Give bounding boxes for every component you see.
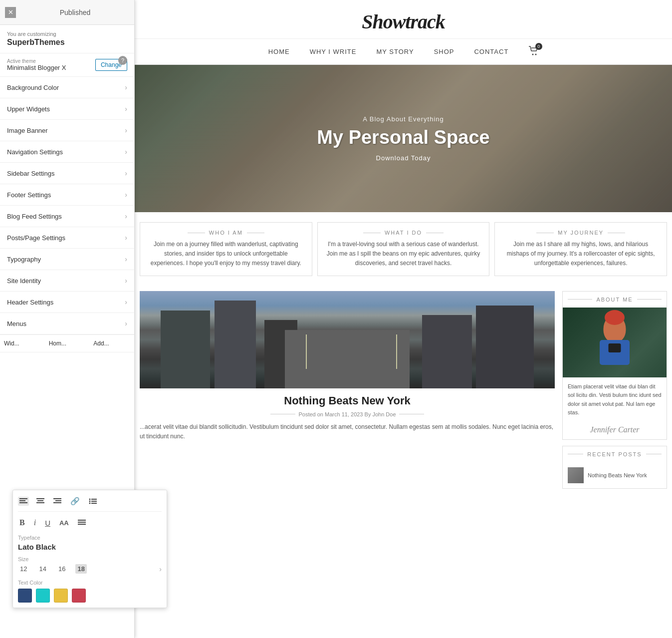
menu-item-additional[interactable]: Add... (89, 335, 134, 352)
size-option-14[interactable]: 14 (37, 564, 48, 574)
nav-item-shop[interactable]: SHOP (434, 48, 454, 55)
uppercase-button[interactable]: AA (58, 518, 70, 528)
nav-cart[interactable]: 0 (528, 46, 538, 57)
svg-rect-7 (55, 500, 61, 501)
chevron-right-icon: › (125, 126, 127, 134)
chevron-right-icon: › (125, 83, 127, 91)
menu-item-navigation-settings[interactable]: Navigation Settings › (0, 141, 134, 163)
col-title-who-i-am: WHO I AM (147, 230, 305, 236)
customizer-info: You are customizing SuperbThemes ? (0, 25, 134, 53)
site-nav: HOME WHY I WRITE MY STORY SHOP CONTACT 0 (135, 39, 672, 65)
color-swatch-red[interactable] (72, 589, 86, 603)
underline-button[interactable]: U (43, 517, 52, 529)
nav-item-contact[interactable]: CONTACT (474, 48, 508, 55)
menu-item-widgets[interactable]: Wid... (0, 335, 45, 352)
align-center-button[interactable] (35, 497, 46, 506)
blog-post-title: Nothing Beats New York (140, 394, 555, 407)
col-body-who-i-am: Join me on a journey filled with wanderl… (147, 240, 305, 269)
text-editor-popup: 🔗 B i U AA Typeface Lato Black (12, 490, 167, 608)
color-swatch-cyan[interactable] (36, 589, 50, 603)
menu-item-upper-widgets[interactable]: Upper Widgets › (0, 98, 134, 120)
svg-rect-8 (53, 502, 61, 503)
blog-post-excerpt: ...acerat velit vitae dui blandit sollic… (140, 422, 555, 441)
menu-item-header-settings[interactable]: Header Settings › (0, 292, 134, 313)
size-more-chevron[interactable]: › (159, 565, 162, 573)
three-columns-section: WHO I AM Join me on a journey filled wit… (135, 212, 672, 286)
recent-post-thumbnail (568, 467, 584, 483)
customizer-header: ✕ Published (0, 0, 134, 25)
list-button[interactable] (87, 497, 98, 506)
col-card-what-i-do: WHAT I DO I'm a travel-loving soul with … (317, 222, 490, 276)
hero-banner: A Blog About Everything My Personal Spac… (135, 65, 672, 212)
more-format-button[interactable] (76, 518, 87, 527)
size-row: 12 14 16 18 › (18, 564, 162, 574)
about-me-widget: ABOUT ME Etiam placerat velit vitae dui … (562, 291, 667, 440)
blog-post-meta-text: Posted on March 11, 2023 By John Doe (298, 411, 396, 417)
menu-item-menus[interactable]: Menus › (0, 313, 134, 334)
color-swatches (18, 589, 162, 603)
color-swatch-yellow[interactable] (54, 589, 68, 603)
col-title-my-journey: MY JOURNEY (502, 230, 660, 236)
size-option-16[interactable]: 16 (56, 564, 67, 574)
col-title-what-i-do: WHAT I DO (325, 230, 482, 236)
svg-rect-6 (53, 498, 61, 499)
nav-item-my-story[interactable]: MY STORY (376, 48, 414, 55)
chevron-right-icon: › (125, 191, 127, 199)
recent-posts-widget: RECENT POSTS Nothing Beats New York (562, 446, 667, 489)
col-card-my-journey: MY JOURNEY Join me as I share all my hig… (494, 222, 667, 276)
svg-point-18 (532, 54, 534, 55)
svg-point-9 (89, 499, 91, 500)
size-option-12[interactable]: 12 (18, 564, 29, 574)
customizer-close-button[interactable]: ✕ (5, 7, 16, 18)
svg-rect-10 (91, 499, 97, 500)
recent-posts-title: RECENT POSTS (563, 446, 667, 462)
sidebar: ABOUT ME Etiam placerat velit vitae dui … (562, 291, 667, 495)
align-left-button[interactable] (18, 497, 29, 506)
about-me-text: Etiam placerat velit vitae dui blan dit … (563, 377, 667, 422)
nav-item-why-i-write[interactable]: WHY I WRITE (310, 48, 357, 55)
about-me-signature: Jennifer Carter (563, 422, 667, 439)
menu-item-blog-feed-settings[interactable]: Blog Feed Settings › (0, 206, 134, 227)
menu-item-background-color[interactable]: Background Color › (0, 77, 134, 98)
svg-rect-14 (91, 503, 97, 504)
size-label: Size (18, 556, 162, 562)
chevron-right-icon: › (125, 234, 127, 242)
col-card-who-i-am: WHO I AM Join me on a journey filled wit… (140, 222, 312, 276)
hero-content: A Blog About Everything My Personal Spac… (317, 115, 489, 162)
menu-item-image-banner[interactable]: Image Banner › (0, 120, 134, 141)
text-color-section: Text Color (18, 580, 162, 603)
main-content-area: Nothing Beats New York Posted on March 1… (135, 286, 672, 500)
help-icon[interactable]: ? (118, 56, 127, 65)
cart-badge: 0 (535, 43, 542, 50)
svg-rect-4 (37, 500, 43, 501)
text-color-label: Text Color (18, 580, 162, 586)
chevron-right-icon: › (125, 212, 127, 220)
chevron-right-icon: › (125, 105, 127, 113)
color-swatch-dark-blue[interactable] (18, 589, 32, 603)
recent-post-title[interactable]: Nothing Beats New York (588, 472, 647, 478)
blog-post-meta: Posted on March 11, 2023 By John Doe (140, 411, 555, 417)
menu-item-homepage[interactable]: Hom... (45, 335, 90, 352)
svg-rect-0 (19, 498, 27, 499)
svg-rect-5 (36, 502, 44, 503)
menu-item-sidebar-settings[interactable]: Sidebar Settings › (0, 163, 134, 184)
col-body-my-journey: Join me as I share all my highs, lows, a… (502, 240, 660, 269)
site-header: Showtrack (135, 0, 672, 39)
align-right-button[interactable] (52, 497, 63, 506)
bold-button[interactable]: B (18, 517, 26, 529)
menu-item-posts-page-settings[interactable]: Posts/Page Settings › (0, 227, 134, 249)
hero-subtitle: A Blog About Everything (317, 115, 489, 123)
nav-item-home[interactable]: HOME (268, 48, 290, 55)
menu-item-typography[interactable]: Typography › (0, 249, 134, 270)
hero-cta[interactable]: Download Today (317, 154, 489, 162)
size-option-18[interactable]: 18 (75, 564, 86, 574)
link-button[interactable]: 🔗 (69, 495, 81, 507)
svg-rect-3 (36, 498, 44, 499)
typeface-value: Lato Black (18, 543, 162, 551)
menu-item-footer-settings[interactable]: Footer Settings › (0, 184, 134, 206)
chevron-right-icon: › (125, 148, 127, 156)
menu-item-site-identity[interactable]: Site Identity › (0, 270, 134, 292)
hero-title: My Personal Space (317, 127, 489, 148)
italic-button[interactable]: i (32, 517, 37, 529)
editor-toolbar-row1: 🔗 (18, 495, 162, 512)
